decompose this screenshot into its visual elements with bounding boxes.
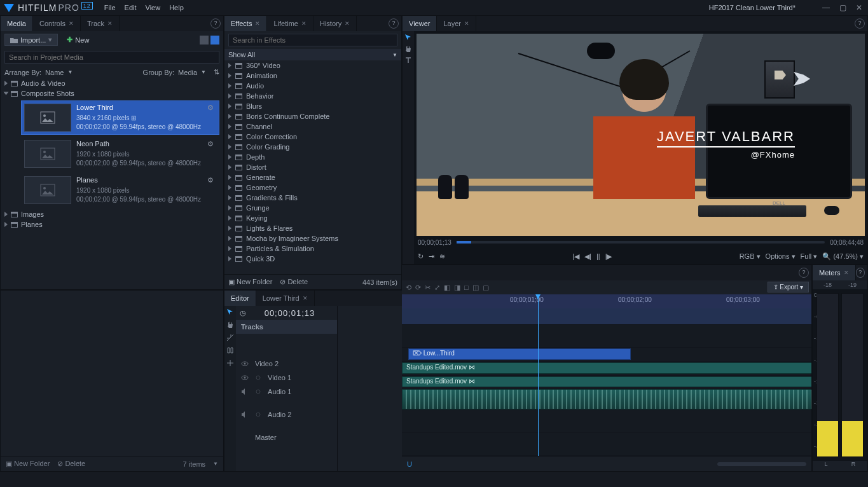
effect-category[interactable]: Quick 3D xyxy=(224,254,401,264)
rate-tool-icon[interactable] xyxy=(226,359,234,367)
tree-folder[interactable]: Composite Shots xyxy=(3,88,223,99)
track-header-master[interactable]: Master xyxy=(236,430,337,444)
delete-button[interactable]: ⊘ Delete xyxy=(57,460,85,468)
zoom-icon[interactable]: 🔍 (47.5%) ▾ xyxy=(822,252,864,261)
help-icon[interactable]: ? xyxy=(856,268,865,278)
tab-effects[interactable]: Effects✕ xyxy=(224,16,267,31)
track-audio1[interactable]: Standups Edited.mov ⋈ xyxy=(402,376,811,388)
chevron-down-icon[interactable]: ▼ xyxy=(201,69,206,75)
delete-button[interactable]: ⊘ Delete xyxy=(280,278,308,286)
group-by-value[interactable]: Media xyxy=(178,69,197,76)
effects-show-all[interactable]: Show All▼ xyxy=(224,49,401,60)
timeline-timecode[interactable]: 00;00;01;13 xyxy=(265,308,315,318)
tree-folder[interactable]: Audio & Video xyxy=(3,78,223,88)
gear-icon[interactable]: ⚙ xyxy=(207,176,216,185)
tl-btn[interactable]: ⟳ xyxy=(415,284,421,292)
media-item-lower-third[interactable]: Lower Third 3840 x 2160 pixels ⊞00;00;02… xyxy=(21,100,219,135)
media-search-input[interactable] xyxy=(4,51,219,64)
help-icon[interactable]: ? xyxy=(855,18,865,29)
export-button[interactable]: ⇪ Export ▾ xyxy=(768,282,809,292)
settings-icon[interactable]: ⊞ xyxy=(131,114,136,121)
tl-btn[interactable]: ⤢ xyxy=(434,284,440,292)
eye-icon[interactable] xyxy=(241,374,249,381)
track-header-audio1[interactable]: Audio 1 xyxy=(236,385,337,399)
effect-category[interactable]: Grunge xyxy=(224,203,401,213)
tab-layer[interactable]: Layer✕ xyxy=(437,16,476,31)
snap-tool-icon[interactable] xyxy=(226,346,234,354)
tl-btn[interactable]: ⟲ xyxy=(406,284,411,292)
effect-category[interactable]: Depth xyxy=(224,152,401,162)
ripple-icon[interactable]: ≋ xyxy=(439,252,445,261)
effect-category[interactable]: Color Correction xyxy=(224,132,401,142)
timeline-ruler[interactable]: 00;00;01;00 00;00;02;00 00;00;03;00 00;0… xyxy=(402,294,811,308)
track-audio2[interactable] xyxy=(402,410,811,433)
go-start-icon[interactable]: |◀ xyxy=(572,252,579,261)
window-minimize-icon[interactable]: — xyxy=(821,3,831,12)
effect-category[interactable]: Boris Continuum Complete xyxy=(224,111,401,121)
new-folder-button[interactable]: ▣ New Folder xyxy=(6,460,50,468)
pointer-tool-icon[interactable] xyxy=(226,308,234,316)
link-icon[interactable] xyxy=(255,374,261,381)
effect-category[interactable]: Animation xyxy=(224,71,401,81)
effect-category[interactable]: Keying xyxy=(224,213,401,223)
close-icon[interactable]: ✕ xyxy=(107,20,113,27)
gear-icon[interactable]: ⚙ xyxy=(207,104,216,113)
text-tool-icon[interactable] xyxy=(404,57,412,64)
track-header-video2[interactable]: Video 2 xyxy=(236,357,337,371)
step-back-icon[interactable]: ◀| xyxy=(584,252,591,261)
close-icon[interactable]: ✕ xyxy=(345,20,350,27)
menu-edit[interactable]: Edit xyxy=(125,4,137,11)
effect-category[interactable]: Color Grading xyxy=(224,142,401,152)
view-grid-icon[interactable] xyxy=(200,36,209,45)
tab-meters[interactable]: Meters✕ xyxy=(813,265,856,280)
close-icon[interactable]: ✕ xyxy=(301,20,307,27)
close-icon[interactable]: ✕ xyxy=(844,270,849,276)
slice-tool-icon[interactable] xyxy=(226,334,234,341)
track-audio1-wave[interactable] xyxy=(402,388,811,410)
tab-lower-third[interactable]: Lower Third✕ xyxy=(256,291,315,306)
close-icon[interactable]: ✕ xyxy=(69,20,74,27)
gear-icon[interactable]: ⚙ xyxy=(207,140,216,149)
viewer-canvas[interactable]: JAVERT VALBARR @FXhome xyxy=(417,34,865,236)
tab-lifetime[interactable]: Lifetime✕ xyxy=(267,16,313,31)
tab-viewer[interactable]: Viewer xyxy=(403,16,437,31)
close-icon[interactable]: ✕ xyxy=(255,20,260,27)
audio-waveform[interactable] xyxy=(402,389,811,409)
timeline-tracks-area[interactable]: 00;00;01;00 00;00;02;00 00;00;03;00 00;0… xyxy=(402,294,811,456)
viewer-options[interactable]: Options ▾ xyxy=(766,252,796,261)
snap-u-icon[interactable]: U xyxy=(407,460,412,468)
effect-category[interactable]: Channel xyxy=(224,121,401,132)
track-video1[interactable]: Standups Edited.mov ⋈ xyxy=(402,362,811,376)
arrange-by-value[interactable]: Name xyxy=(45,69,64,76)
track-video2[interactable]: ⌦ Low...Third xyxy=(402,348,811,362)
new-folder-button[interactable]: ▣ New Folder xyxy=(228,278,272,286)
chevron-down-icon[interactable]: ▼ xyxy=(67,69,72,75)
help-icon[interactable]: ? xyxy=(389,18,399,29)
tl-btn[interactable]: ▢ xyxy=(483,284,489,292)
menu-view[interactable]: View xyxy=(146,4,161,11)
effect-category[interactable]: Mocha by Imagineer Systems xyxy=(224,233,401,244)
loop-icon[interactable]: ↻ xyxy=(418,252,424,261)
tl-btn[interactable]: ✂ xyxy=(425,284,431,292)
zoom-slider[interactable] xyxy=(717,462,806,466)
effect-category[interactable]: Audio xyxy=(224,81,401,91)
effects-search-input[interactable] xyxy=(228,34,397,46)
effect-category[interactable]: Particles & Simulation xyxy=(224,244,401,254)
close-icon[interactable]: ✕ xyxy=(303,295,308,301)
playhead[interactable] xyxy=(538,294,539,456)
clip-lower-third[interactable]: ⌦ Low...Third xyxy=(408,348,631,360)
hand-tool-icon[interactable] xyxy=(404,45,412,53)
media-item-neon-path[interactable]: Neon Path 1920 x 1080 pixels00;00;02;00 … xyxy=(21,137,219,171)
effect-category[interactable]: 360° Video xyxy=(224,60,401,71)
effect-category[interactable]: Blurs xyxy=(224,101,401,111)
sort-order-icon[interactable]: ⇅ xyxy=(214,68,219,76)
track-master[interactable] xyxy=(402,433,811,456)
window-maximize-icon[interactable]: ▢ xyxy=(837,3,848,12)
effect-category[interactable]: Geometry xyxy=(224,182,401,193)
effect-category[interactable]: Lights & Flares xyxy=(224,223,401,233)
tab-track[interactable]: Track✕ xyxy=(81,16,120,31)
viewer-scrub-track[interactable] xyxy=(457,241,825,244)
tl-btn[interactable]: □ xyxy=(464,284,469,291)
channel-mode[interactable]: RGB ▾ xyxy=(740,252,761,261)
play-pause-icon[interactable]: || xyxy=(596,252,600,261)
